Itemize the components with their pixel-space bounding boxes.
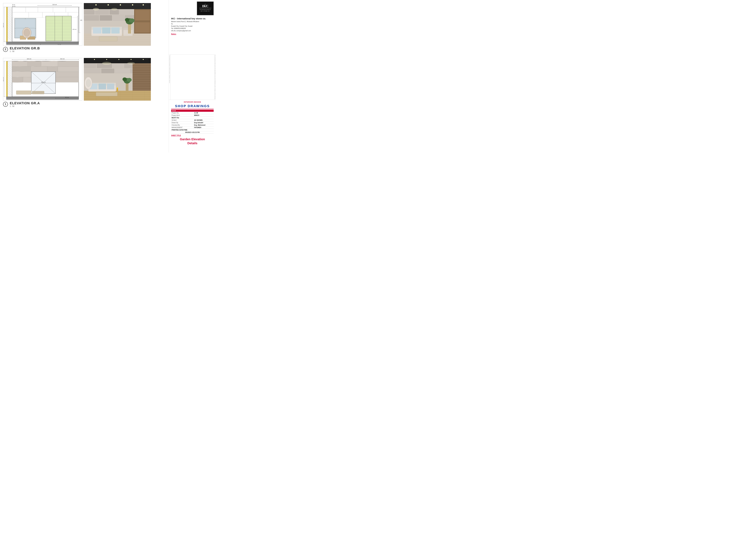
issue-header: ISSUE	[171, 110, 214, 112]
project-arch-value: MINOO	[194, 114, 214, 117]
svg-rect-35	[46, 16, 71, 41]
elevation-b-drawing: 216 cm 400 cm 365 cm	[3, 3, 82, 46]
address-line3: Kuwait City, Kuwait City, Kuwait	[171, 25, 214, 27]
svg-point-171	[143, 59, 144, 60]
elevation-a-section: 424 cm 315 cm 382 cm	[3, 58, 166, 108]
svg-text:200 cm: 200 cm	[41, 81, 45, 83]
info-table: ISSUE Project No. 11-08 Project Arch MIN…	[171, 110, 214, 134]
project-no-label: Project No.	[171, 112, 194, 114]
svg-text:5: 5	[40, 44, 41, 45]
svg-point-83	[108, 4, 109, 6]
svg-rect-178	[84, 69, 100, 73]
svg-rect-32	[15, 19, 35, 27]
elevation-a-title: ELEVATION GR.A	[10, 101, 40, 105]
svg-point-109	[125, 18, 129, 22]
scale-value: AS SHOWN	[194, 119, 214, 122]
svg-rect-1	[6, 7, 8, 42]
drawn-by-label: Drawn By	[171, 122, 194, 124]
svg-rect-208	[98, 84, 106, 89]
svg-text:11 cm: 11 cm	[58, 44, 61, 45]
svg-rect-89	[95, 10, 109, 14]
printing-row: PRINTING DATE/TIME	[171, 129, 214, 131]
svg-text:92 cm: 92 cm	[65, 97, 69, 98]
logo-svg: IKC INTERNATIONALS KEY STONE CO.	[198, 2, 213, 14]
svg-point-110	[129, 18, 135, 23]
address-tel: Tel: 00966551088030	[171, 27, 214, 30]
svg-rect-80	[84, 3, 151, 9]
address-line2: St,	[171, 23, 214, 25]
shop-drawings-title: SHOP DRAWINGS	[171, 103, 214, 109]
svg-rect-210	[96, 92, 117, 96]
printing-value-row: 9/5/2023 4:55:33 PM	[171, 131, 214, 134]
svg-text:365 cm: 365 cm	[80, 19, 82, 21]
drawn-by-value: Eng.Salsabil	[194, 122, 214, 124]
elevation-b-row: 216 cm 400 cm 365 cm	[3, 3, 166, 46]
photo-a-svg	[84, 58, 151, 100]
svg-point-216	[86, 79, 91, 87]
address-line1: Mariem tower,Floor11, Mubarak AlKabeer	[171, 20, 214, 23]
project-no-row: Project No. 11-08	[171, 112, 214, 114]
svg-text:315 cm: 315 cm	[60, 58, 65, 60]
svg-point-168	[106, 59, 107, 60]
svg-rect-144	[6, 99, 79, 100]
svg-text:IKC: IKC	[202, 4, 208, 8]
elevation-b-label: 2 ELEVATION GR.B 1 : 50	[3, 46, 166, 52]
photo-b-svg	[84, 3, 151, 46]
elevation-b-section: 216 cm 400 cm 365 cm	[3, 3, 166, 53]
svg-rect-142	[32, 91, 44, 94]
svg-rect-175	[113, 64, 123, 68]
svg-rect-209	[107, 84, 114, 89]
svg-rect-97	[135, 10, 150, 20]
logo-area: IKC INTERNATIONALS KEY STONE CO.	[169, 0, 216, 16]
svg-rect-141	[16, 91, 31, 94]
scale-label: SCALE	[171, 119, 194, 122]
sidebar-bottom-block: INTERIOR DESIGN SHOP DRAWINGS ISSUE Proj…	[169, 100, 216, 153]
svg-text:INTERNATIONALS: INTERNATIONALS	[200, 9, 211, 10]
svg-rect-119	[6, 61, 8, 97]
svg-point-169	[119, 59, 119, 60]
svg-rect-121	[8, 61, 12, 97]
elevation-b-title-block: ELEVATION GR.B 1 : 50	[10, 46, 40, 52]
svg-point-112	[111, 8, 117, 10]
svg-point-59	[24, 29, 30, 37]
management-value: FATEMEH	[194, 127, 214, 129]
elevation-b-photo	[84, 3, 151, 46]
svg-point-82	[95, 4, 96, 6]
issue-header-row: ISSUE	[171, 110, 214, 112]
svg-rect-55	[6, 43, 79, 45]
elevation-a-number: 1	[3, 102, 8, 107]
elevation-a-title-block: ELEVATION GR.A 1 : 50	[10, 101, 40, 107]
page-container: 216 cm 400 cm 365 cm	[0, 0, 216, 153]
address-email: info.ikc.company@gmail.com	[171, 30, 214, 32]
elevation-a-drawing: 424 cm 315 cm 382 cm	[3, 58, 82, 100]
svg-rect-179	[101, 69, 114, 73]
svg-point-218	[117, 88, 118, 89]
project-no-value: 11-08	[194, 112, 214, 114]
svg-rect-173	[84, 64, 96, 68]
checked-by-label: Checked By	[171, 124, 194, 127]
sheet-title-label: SHEET TITLE	[171, 134, 214, 137]
photo-interior-a	[84, 58, 151, 100]
svg-text:382 cm: 382 cm	[3, 77, 4, 81]
svg-point-170	[131, 59, 131, 60]
svg-rect-165	[84, 58, 151, 63]
main-drawing-area: 216 cm 400 cm 365 cm	[0, 0, 169, 153]
svg-text:35 cm: 35 cm	[12, 6, 15, 7]
scale-row: SCALE AS SHOWN	[171, 119, 214, 122]
elevation-b-number: 2	[3, 47, 8, 52]
svg-rect-94	[113, 15, 124, 20]
svg-point-220	[127, 62, 135, 65]
revit-row: REVIT File	[171, 117, 214, 119]
elevation-b-scale: 1 : 50	[10, 50, 40, 52]
svg-rect-92	[84, 15, 99, 20]
project-arch-row: Project Arch MINOO	[171, 114, 214, 117]
sidebar-title-block: IKC INTERNATIONALS KEY STONE CO. IKC - i…	[169, 0, 216, 153]
elevation-a-scale: 1 : 50	[10, 105, 40, 107]
svg-text:223 cm: 223 cm	[72, 29, 76, 30]
printing-value: 9/5/2023 4:55:33 PM	[171, 131, 214, 134]
elevation-a-svg: 424 cm 315 cm 382 cm	[3, 58, 82, 100]
sheet-title-value: Garden ElevationDetails	[171, 137, 214, 146]
vertical-text-left: This drawing is the property of NADA Arc…	[169, 55, 171, 100]
svg-text:29 cp: 29 cp	[12, 4, 15, 5]
svg-point-213	[122, 77, 127, 81]
